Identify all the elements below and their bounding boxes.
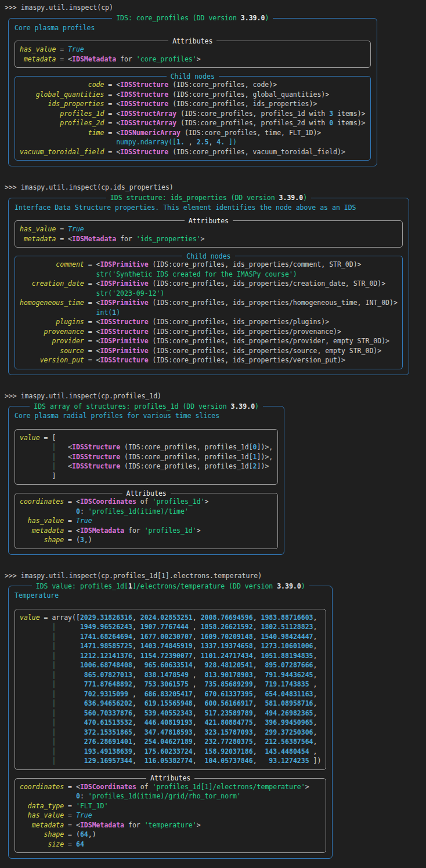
token-text: , [193, 661, 205, 669]
section-attributes: Attributeshas_value = True metadata = <I… [15, 220, 403, 248]
output-row: │ 636.94656202, 619.15565948, 600.561669… [20, 699, 321, 709]
inspect-panel: IDS value: profiles_1d[1]/electrons/temp… [8, 586, 333, 859]
token-text [56, 680, 84, 688]
token-attr-name: has_value [20, 45, 56, 53]
token-attr-name: size [48, 840, 64, 848]
token-text: = < [56, 235, 72, 243]
token-number: 0 [253, 443, 257, 451]
token-keyword: True [76, 811, 92, 819]
token-attr-name: metadata [24, 235, 56, 243]
token-text: > [201, 235, 205, 243]
token-text: items)> [333, 119, 365, 127]
token-attr-name: provider [52, 337, 84, 345]
token-number: 2.5 [197, 138, 209, 146]
token-text [20, 507, 76, 515]
token-class-name: IDSStructure [100, 328, 149, 336]
token-attr-name: plugins [56, 318, 84, 326]
token-number: 771.87648892 [84, 680, 132, 688]
output-row: coordinates = <IDSCoordinates of 'profil… [20, 497, 273, 507]
token-text [20, 110, 60, 118]
token-text: ])>, [257, 443, 273, 451]
token-text [20, 337, 52, 345]
terminal-command: >>> imaspy.util.inspect(cp.ids_propertie… [5, 183, 423, 193]
token-text: = < [64, 526, 80, 535]
token-text: < [56, 453, 72, 461]
panel-title-text: IDS value: profiles_1d[1]/electrons/temp… [32, 582, 309, 590]
token-text [20, 55, 24, 63]
token-number: 539.40552343 [145, 709, 193, 717]
token-text [20, 757, 52, 765]
panel-title-text: IDS array of structures: profiles_1d (DD… [30, 402, 263, 411]
token-text [20, 623, 52, 631]
token-text: , [193, 738, 205, 746]
token-text: , [132, 652, 140, 660]
token-text: : [80, 507, 88, 515]
token-text: = [64, 517, 76, 525]
token-text: , [253, 633, 261, 641]
token-text [20, 517, 28, 525]
token-text: , [132, 623, 140, 631]
token-text: , [253, 757, 269, 765]
token-class-name: IDSStructure [120, 100, 168, 108]
panel-description: Core plasma profiles [15, 23, 371, 33]
token-text: , [189, 671, 205, 679]
output-row: metadata = <IDSMetadata for 'ids_propert… [20, 234, 398, 244]
token-text [20, 821, 32, 829]
token-text: ,) [84, 536, 92, 544]
token-text: for [124, 526, 145, 535]
token-title-strong: 1 [128, 582, 132, 590]
token-string: 'core_profiles' [136, 55, 197, 63]
inspect-panel: IDS: core_profiles (DD version 3.39.0)Co… [8, 18, 377, 167]
token-number: 0 [76, 507, 80, 515]
token-text: ])> [257, 462, 269, 470]
token-text [20, 453, 52, 461]
token-number: 93.1274235 [269, 757, 309, 765]
token-number: 104.05737846 [205, 757, 253, 765]
output-row: value = [ [20, 433, 273, 443]
output-row: │ 560.70337876, 539.40552343, 517.235897… [20, 709, 321, 718]
token-text [20, 347, 60, 355]
output-row: has_value = True [20, 811, 321, 820]
token-text: (IDS:core_profiles, ids_properties/comme… [149, 260, 362, 268]
token-number: 1983.88716603 [261, 613, 313, 622]
token-number: 323.15787093 [205, 728, 253, 736]
token-number: 581.08958716 [265, 699, 313, 707]
token-string: 'ids_properties' [136, 235, 201, 243]
output-row: │ <IDSStructure (IDS:core_profiles, prof… [20, 452, 273, 462]
token-attr-name: metadata [24, 55, 56, 63]
terminal-output[interactable]: >>> imaspy.util.inspect(cp)IDS: core_pro… [5, 3, 423, 859]
token-number: 1006.68748408 [80, 661, 132, 669]
token-text: = < [104, 81, 120, 89]
token-text: = < [84, 260, 100, 268]
token-text: of [136, 783, 153, 791]
output-row: has_value = True [20, 224, 398, 234]
output-row: provider = <IDSPrimitive (IDS:core_profi… [20, 336, 398, 346]
token-text [20, 119, 60, 127]
token-class-name: IDSStructure [120, 90, 168, 99]
output-row: │ <IDSStructure (IDS:core_profiles, prof… [20, 462, 273, 471]
token-text: ]) [309, 757, 322, 765]
token-number: 446.40819193 [145, 718, 193, 727]
token-text: for [124, 821, 145, 829]
token-text: , [193, 633, 201, 641]
token-text: (IDS:core_profiles, vacuum_toroidal_fiel… [168, 148, 345, 156]
token-text [56, 661, 80, 669]
token-text: ,) [88, 830, 96, 838]
token-number: 619.15565948 [145, 699, 193, 707]
token-string: 'temperature' [145, 821, 197, 829]
panel-description: Interface Data Structure properties. Thi… [15, 203, 403, 213]
token-class-name: IDSStructure [72, 462, 120, 470]
token-text [56, 652, 80, 660]
token-text: = [56, 225, 68, 233]
token-class-name: IDSMetadata [80, 526, 124, 535]
token-text: = < [104, 129, 120, 137]
token-string: str('2023-09-12') [96, 289, 165, 297]
token-text: , [193, 709, 205, 717]
output-row: │ 771.87648892, 753.3061575 , 735.856892… [20, 680, 321, 689]
token-number: 928.48120541 [205, 661, 253, 669]
token-builtin: int( [96, 308, 113, 317]
token-text: , [253, 623, 261, 631]
token-text [20, 699, 52, 707]
token-number: 276.28691401 [84, 738, 132, 746]
token-attr-name: shape [44, 536, 64, 544]
